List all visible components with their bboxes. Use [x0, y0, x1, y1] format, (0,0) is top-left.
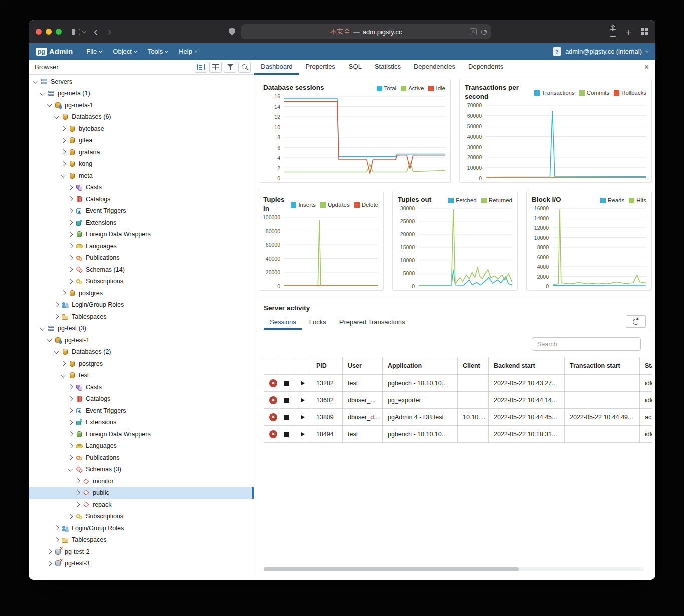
tree-item-publications[interactable]: Publications — [29, 452, 254, 464]
expand-row-icon[interactable] — [301, 432, 305, 436]
tab-locks[interactable]: Locks — [303, 315, 332, 330]
tree-item-extensions[interactable]: Extensions — [29, 217, 254, 229]
tree-item-subscriptions[interactable]: Subscriptions — [29, 276, 254, 288]
menu-object[interactable]: Object — [107, 43, 142, 60]
terminate-session-icon[interactable]: × — [269, 396, 277, 404]
tab-sessions[interactable]: Sessions — [264, 315, 302, 330]
session-row[interactable]: ×13282testpgbench - 10.10.10...2022-05-2… — [264, 375, 652, 392]
terminate-session-icon[interactable]: × — [269, 430, 277, 438]
chevron-right-icon[interactable] — [53, 301, 60, 309]
expand-row-icon[interactable] — [301, 381, 305, 385]
chevron-right-icon[interactable] — [60, 289, 67, 297]
tree-item-subscriptions[interactable]: Subscriptions — [29, 511, 254, 523]
tab-prepared-transactions[interactable]: Prepared Transactions — [333, 315, 411, 330]
close-window-button[interactable] — [36, 29, 42, 35]
tree-item-pg-meta-1[interactable]: pg-meta-1 — [29, 99, 254, 111]
chevron-right-icon[interactable] — [60, 137, 67, 144]
zoom-window-button[interactable] — [56, 29, 62, 35]
chevron-down-icon[interactable] — [46, 101, 53, 109]
minimize-window-button[interactable] — [46, 29, 52, 35]
chevron-right-icon[interactable] — [74, 501, 81, 508]
account-label[interactable]: admin@pigsty.cc (internal) — [565, 48, 642, 55]
reload-icon[interactable] — [481, 29, 487, 35]
session-row[interactable]: ×13809dbuser_d...pgAdmin 4 - DB:test10.1… — [264, 409, 652, 426]
chevron-right-icon[interactable] — [67, 219, 74, 226]
session-row[interactable]: ×13602dbuser_...pg_exporter2022-05-22 10… — [264, 392, 652, 409]
forward-button[interactable]: › — [103, 26, 117, 38]
chevron-right-icon[interactable] — [67, 195, 74, 203]
tab-statistics[interactable]: Statistics — [368, 60, 407, 75]
expand-row-icon[interactable] — [301, 415, 305, 419]
cancel-query-icon[interactable] — [284, 381, 289, 386]
privacy-shield-icon[interactable] — [229, 28, 235, 36]
chevron-down-icon[interactable] — [60, 172, 67, 179]
sidebar-toggle-button[interactable] — [69, 25, 89, 39]
chevron-right-icon[interactable] — [67, 278, 74, 285]
tab-overview-icon[interactable] — [641, 28, 648, 35]
address-bar[interactable]: 不安全 — adm.pigsty.cc A — [241, 24, 491, 39]
tree-item-login-group-roles[interactable]: Login/Group Roles — [29, 522, 254, 534]
tree-item-kong[interactable]: kong — [29, 158, 254, 170]
chevron-right-icon[interactable] — [46, 548, 53, 555]
tree-item-grafana[interactable]: grafana — [29, 146, 254, 158]
cancel-query-icon[interactable] — [284, 398, 289, 403]
tree-item-gitea[interactable]: gitea — [29, 135, 254, 147]
tree-item-repack[interactable]: repack — [29, 499, 254, 511]
cancel-query-icon[interactable] — [284, 415, 289, 420]
tree-item-pg-meta-1[interactable]: pg-meta (1) — [29, 88, 254, 100]
tree-item-foreign-data-wrappers[interactable]: Foreign Data Wrappers — [29, 229, 254, 241]
terminate-session-icon[interactable]: × — [269, 379, 277, 387]
tree-item-tablespaces[interactable]: Tablespaces — [29, 534, 254, 546]
chevron-right-icon[interactable] — [67, 242, 74, 250]
scrollbar-thumb[interactable] — [264, 567, 519, 571]
tree-item-postgres[interactable]: postgres — [29, 287, 254, 299]
chevron-right-icon[interactable] — [67, 266, 74, 273]
chevron-right-icon[interactable] — [60, 125, 67, 132]
chevron-right-icon[interactable] — [67, 395, 74, 403]
tree-item-casts[interactable]: Casts — [29, 182, 254, 194]
chevron-right-icon[interactable] — [67, 513, 74, 520]
menu-file[interactable]: File — [81, 43, 107, 60]
tree-item-postgres[interactable]: postgres — [29, 358, 254, 370]
tree-item-schemas-3[interactable]: Schemas (3) — [29, 464, 254, 476]
menu-tools[interactable]: Tools — [142, 43, 173, 60]
tree-item-databases-6[interactable]: Databases (6) — [29, 111, 254, 123]
object-explorer-button[interactable] — [195, 62, 207, 73]
tree-item-event-triggers[interactable]: Event Triggers — [29, 405, 254, 417]
chevron-down-icon[interactable] — [53, 348, 60, 356]
help-icon[interactable]: ? — [553, 47, 561, 56]
session-row[interactable]: ×18494testpgbench - 10.10.10...2022-05-2… — [264, 426, 652, 443]
chevron-right-icon[interactable] — [67, 454, 74, 461]
tree-item-foreign-data-wrappers[interactable]: Foreign Data Wrappers — [29, 428, 254, 440]
tab-properties[interactable]: Properties — [299, 60, 342, 75]
tree-item-pg-test-2[interactable]: pg-test-2 — [29, 546, 254, 558]
tab-sql[interactable]: SQL — [342, 60, 368, 75]
tree-item-databases-2[interactable]: Databases (2) — [29, 346, 254, 358]
tree-item-extensions[interactable]: Extensions — [29, 417, 254, 429]
tree-item-languages[interactable]: Languages — [29, 240, 254, 252]
close-panel-icon[interactable]: × — [638, 60, 655, 75]
search-input[interactable] — [532, 337, 641, 351]
chevron-down-icon[interactable] — [60, 372, 67, 379]
chevron-right-icon[interactable] — [67, 254, 74, 262]
chevron-right-icon[interactable] — [67, 231, 74, 238]
tree-item-casts[interactable]: Casts — [29, 381, 254, 393]
chevron-right-icon[interactable] — [67, 383, 74, 391]
chevron-right-icon[interactable] — [67, 419, 74, 426]
chevron-down-icon[interactable] — [39, 325, 46, 332]
chevron-right-icon[interactable] — [67, 207, 74, 215]
menu-help[interactable]: Help — [173, 43, 203, 60]
tree-item-tablespaces[interactable]: Tablespaces — [29, 311, 254, 323]
horizontal-scrollbar[interactable] — [264, 567, 644, 571]
tree-item-servers[interactable]: Servers — [29, 76, 254, 88]
translate-icon[interactable]: A — [470, 28, 477, 35]
chevron-down-icon[interactable] — [39, 90, 46, 97]
tree-item-pg-test-3[interactable]: pg-test (3) — [29, 323, 254, 335]
chevron-down-icon[interactable] — [645, 49, 649, 52]
tree-item-event-triggers[interactable]: Event Triggers — [29, 205, 254, 217]
cancel-query-icon[interactable] — [284, 432, 289, 437]
tree-item-languages[interactable]: Languages — [29, 440, 254, 452]
tree-item-test[interactable]: test — [29, 370, 254, 382]
tree-item-schemas-14[interactable]: Schemas (14) — [29, 264, 254, 276]
chevron-right-icon[interactable] — [60, 148, 67, 156]
